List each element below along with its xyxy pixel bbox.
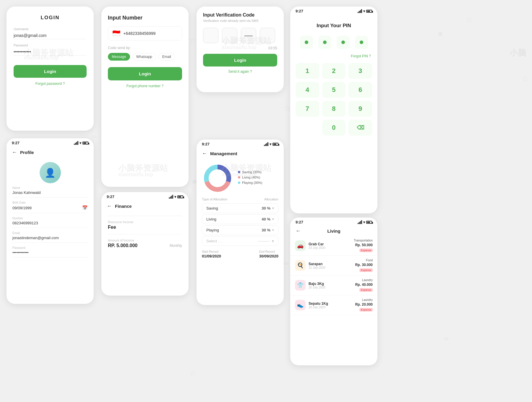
signal-icon: [74, 141, 78, 145]
living-back-arrow[interactable]: ←: [296, 228, 301, 234]
verify-box-1[interactable]: [203, 28, 218, 43]
resource-income-label: Resource Income: [108, 220, 182, 224]
finance-status-icons: ▾: [169, 195, 183, 199]
pin-key-3[interactable]: 3: [348, 63, 372, 79]
verify-again-link[interactable]: Send it again ?: [197, 69, 284, 74]
baju-info: Baju 3Kg 20 July 2020: [309, 282, 352, 289]
living-status-bar: 9:27 ▾: [290, 218, 377, 226]
message-option[interactable]: Message: [108, 53, 130, 61]
pin-signal: [358, 9, 362, 13]
select-placeholder: Select . . .: [206, 239, 223, 243]
end-record-value: 30/09/2020: [259, 254, 278, 258]
name-value: Jonas Kahnwald: [12, 190, 88, 195]
whatsapp-option[interactable]: Whatsapp: [132, 53, 156, 61]
finance-status-bar: 9:27 ▾: [101, 192, 189, 200]
code-send-options: Message Whatsapp Email: [108, 53, 182, 61]
pin-key-5[interactable]: 5: [322, 82, 346, 98]
pin-card: 9:27 ▾ Input Your PIN Forgot PIN ? 1 2 3…: [290, 7, 377, 213]
mgmt-title: Management: [210, 151, 237, 156]
pin-key-9[interactable]: 9: [348, 101, 372, 117]
email-option[interactable]: Email: [158, 53, 175, 61]
verify-box-4[interactable]: [260, 28, 275, 43]
profile-time: 9:27: [12, 141, 20, 145]
verify-card: Input Verification Code Verification cod…: [197, 7, 284, 92]
living-item-grabcar[interactable]: 🚗 Grab Car 23 July 2020 Transportation R…: [290, 236, 377, 256]
mgmt-living-row[interactable]: Living 40 % ▾: [202, 214, 278, 224]
living-battery-icon: [366, 221, 372, 224]
living-card: 9:27 ▾ ← Living 🚗 Grab Car 23 July 2020 …: [290, 218, 377, 365]
login-button[interactable]: Login: [14, 65, 87, 78]
mgmt-saving-row[interactable]: Saving 30 % ▾: [202, 203, 278, 213]
mgmt-status-bar: 9:27 ▾: [197, 140, 284, 147]
forgot-phone-link[interactable]: Forgot phone number ?: [101, 84, 189, 88]
avatar-area: 👤: [7, 158, 94, 186]
profile-password-value: ••••••••••••: [12, 250, 88, 255]
username-input[interactable]: [14, 32, 87, 39]
phone-input[interactable]: [123, 31, 178, 36]
verify-timer: 03:55: [203, 46, 277, 50]
number-label: Number: [12, 217, 88, 220]
donut-svg: [201, 162, 234, 194]
mgmt-dates: Start Record 01/09/2020 End Record 30/09…: [197, 247, 284, 258]
input-number-login-button[interactable]: Login: [108, 67, 182, 80]
resource-income-section: Resource Income Fee: [108, 220, 182, 230]
calendar-icon[interactable]: 📅: [82, 205, 88, 210]
pin-key-6[interactable]: 6: [348, 82, 372, 98]
living-time: 9:27: [296, 220, 303, 224]
username-label: Username: [14, 27, 87, 31]
end-record-group: End Record 30/09/2020: [259, 250, 278, 258]
finance-back-arrow[interactable]: ←: [107, 203, 112, 209]
mgmt-time: 9:27: [202, 142, 210, 146]
forgot-password-link[interactable]: Forgot password ?: [7, 82, 94, 86]
living-item-sepatu[interactable]: 👟 Sepatu 1Kg 20 July 2020 Laundry Rp. 20…: [290, 295, 377, 315]
sepatu-expense-badge: Expense: [359, 308, 373, 312]
mgmt-back-arrow[interactable]: ←: [202, 150, 207, 157]
profile-password-label: Password: [12, 246, 88, 249]
mgmt-playing-row[interactable]: Playing 30 % ▾: [202, 225, 278, 235]
mgmt-signal: [264, 142, 268, 146]
grabcar-icon: 🚗: [295, 240, 306, 251]
living-item-sarapan[interactable]: 🍳 Sarapan 21 July 2020 Food Rp. 30.000 E…: [290, 256, 377, 275]
forgot-pin-link[interactable]: Forgot PIN ?: [297, 54, 371, 58]
pin-key-1[interactable]: 1: [296, 63, 319, 79]
legend-playing: Playing (30%): [238, 181, 279, 184]
baju-right: Laundry Rp. 40.000 Expense: [355, 278, 373, 292]
username-field: Username: [14, 27, 87, 39]
sarapan-right: Food Rp. 30.000 Expense: [355, 259, 373, 272]
name-label: Name: [12, 186, 88, 189]
pin-key-4[interactable]: 4: [296, 82, 319, 98]
amount-value: RP. 5.000.000: [108, 243, 137, 248]
verify-box-3[interactable]: —: [241, 28, 256, 43]
mgmt-select-row[interactable]: Select . . . ——— ▾: [202, 236, 278, 246]
code-send-label: Code send by:: [108, 46, 182, 50]
living-chevron-icon: ▾: [272, 217, 274, 221]
email-label: Email: [12, 231, 88, 235]
back-arrow-icon[interactable]: ←: [12, 149, 17, 155]
profile-status-icons: ▾: [74, 141, 88, 145]
finance-title: Finance: [115, 204, 132, 209]
input-number-title: Input Number: [108, 15, 182, 21]
legend-living: Living (40%): [238, 176, 279, 179]
pin-key-7[interactable]: 7: [296, 101, 319, 117]
sarapan-expense-badge: Expense: [359, 268, 373, 272]
password-input[interactable]: [14, 48, 87, 56]
phone-input-row: 🇮🇩: [108, 26, 182, 40]
pin-status-icons: ▾: [358, 9, 372, 13]
pin-dot-4: [355, 36, 368, 49]
pin-keypad: 1 2 3 4 5 6 7 8 9 0 ⌫: [296, 63, 372, 136]
pin-key-2[interactable]: 2: [322, 63, 346, 79]
pin-key-8[interactable]: 8: [322, 101, 346, 117]
pin-key-delete[interactable]: ⌫: [348, 120, 372, 136]
number-value: 082346999123: [12, 221, 88, 225]
email-value: jonastindeman@gmail.com: [12, 236, 88, 240]
living-item-baju[interactable]: 👕 Baju 3Kg 20 July 2020 Laundry Rp. 40.0…: [290, 275, 377, 295]
verify-box-2[interactable]: [222, 28, 237, 43]
type-allocation-label: Type of Allocation: [202, 197, 227, 201]
verify-login-button[interactable]: Login: [203, 54, 277, 67]
finance-card: 9:27 ▾ ← Finance Resource Income Fee Amo…: [101, 192, 189, 296]
playing-chevron-icon: ▾: [272, 228, 274, 232]
sepatu-info: Sepatu 1Kg 20 July 2020: [309, 302, 352, 309]
input-number-card: Input Number 🇮🇩 Code send by: Message Wh…: [101, 7, 189, 187]
pin-key-0[interactable]: 0: [322, 120, 346, 136]
login-title: LOGIN: [7, 15, 94, 21]
